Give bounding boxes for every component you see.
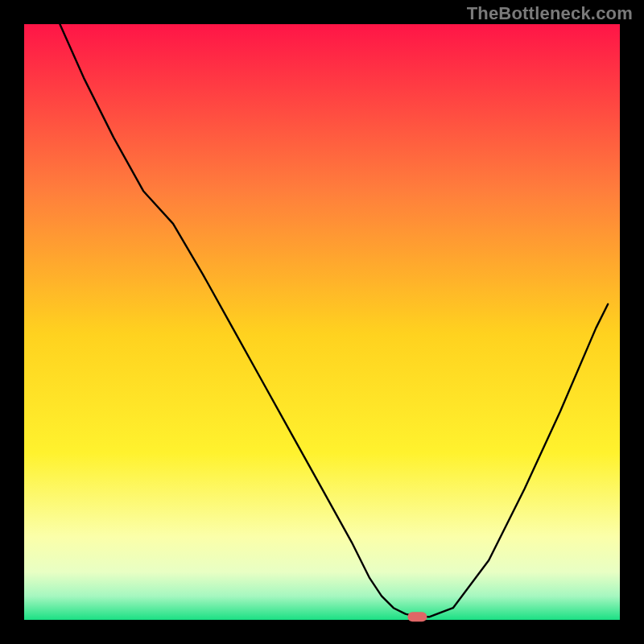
plot-background — [24, 24, 620, 620]
bottleneck-chart — [0, 0, 644, 644]
optimal-marker — [407, 612, 427, 621]
chart-container: TheBottleneck.com — [0, 0, 644, 644]
watermark-text: TheBottleneck.com — [467, 3, 633, 24]
